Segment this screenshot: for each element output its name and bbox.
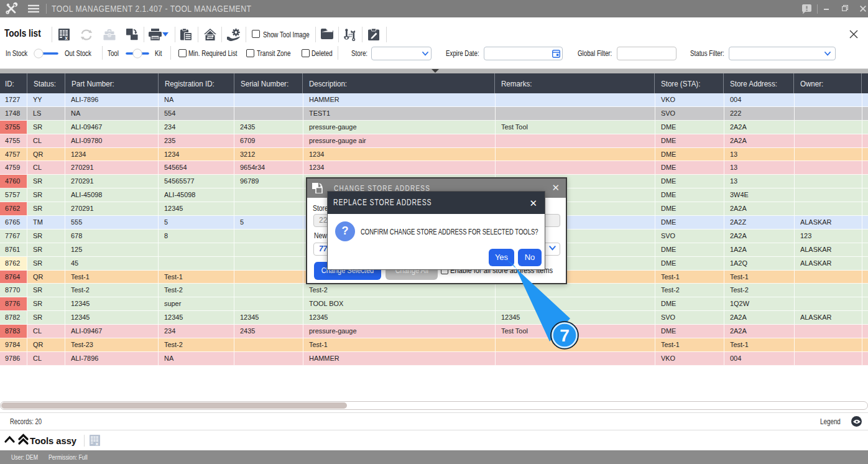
svg-text:x: x: [65, 35, 68, 40]
